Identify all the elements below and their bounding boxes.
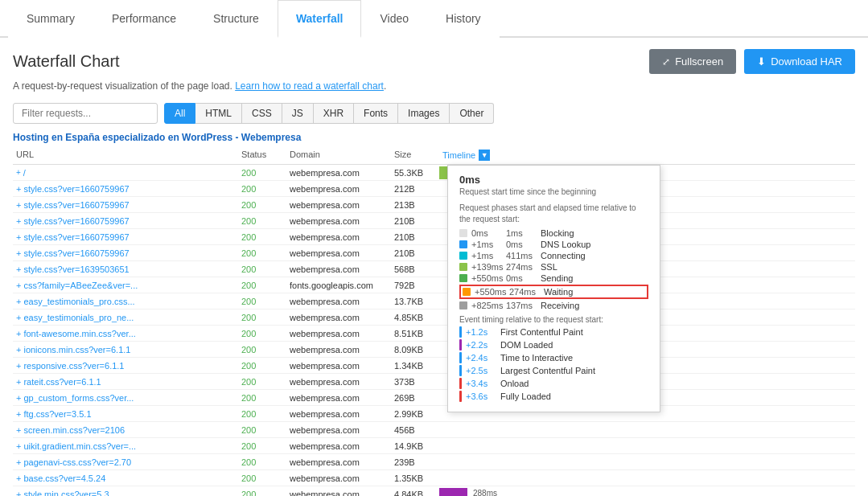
tab-summary[interactable]: Summary: [8, 0, 93, 38]
download-har-button[interactable]: ⬇ Download HAR: [744, 49, 855, 74]
tooltip-event-row: +2.4s Time to Interactive: [459, 352, 648, 363]
row-domain: webempresa.com: [286, 343, 391, 356]
table-row: +rateit.css?ver=6.1.1 200 webempresa.com…: [13, 374, 855, 390]
col-scrollbar-placeholder: [844, 148, 855, 162]
row-url[interactable]: +pagenavi-css.css?ver=2.70: [13, 456, 238, 469]
row-url[interactable]: + /: [13, 166, 238, 179]
filter-xhr[interactable]: XHR: [314, 103, 354, 124]
plus-icon[interactable]: +: [16, 200, 21, 210]
row-domain: webempresa.com: [286, 182, 391, 195]
row-url[interactable]: +screen.min.css?ver=2106: [13, 424, 238, 437]
row-url[interactable]: +style.css?ver=1660759967: [13, 247, 238, 260]
table-row: +responsive.css?ver=6.1.1 200 webempresa…: [13, 358, 855, 374]
row-url[interactable]: +easy_testimonials_pro_ne...: [13, 311, 238, 324]
tab-structure[interactable]: Structure: [195, 0, 278, 38]
plus-icon[interactable]: +: [16, 409, 21, 419]
row-status: 200: [238, 343, 286, 356]
row-url[interactable]: +style.css?ver=1660759967: [13, 199, 238, 211]
timeline-dropdown-btn[interactable]: ▼: [479, 150, 490, 161]
plus-icon[interactable]: +: [16, 441, 21, 451]
filter-other[interactable]: Other: [450, 103, 494, 124]
row-status: 200: [238, 199, 286, 211]
filter-css[interactable]: CSS: [242, 103, 282, 124]
row-url[interactable]: +responsive.css?ver=6.1.1: [13, 359, 238, 372]
fullscreen-button[interactable]: ⤢ Fullscreen: [649, 49, 736, 74]
table-header: URL Status Domain Size Timeline ▼: [13, 146, 855, 165]
table-row: +css?family=ABeeZee&ver=... 200 fonts.go…: [13, 277, 855, 293]
table-row: +font-awesome.min.css?ver... 200 webempr…: [13, 326, 855, 342]
page-header: Waterfall Chart ⤢ Fullscreen ⬇ Download …: [0, 38, 868, 80]
row-size: 269B: [391, 391, 439, 404]
row-status: 200: [238, 215, 286, 228]
row-domain: webempresa.com: [286, 375, 391, 388]
row-status: 200: [238, 311, 286, 324]
row-url[interactable]: +easy_testimonials_pro.css...: [13, 295, 238, 308]
plus-icon[interactable]: +: [16, 473, 21, 483]
plus-icon[interactable]: +: [16, 377, 21, 387]
row-url[interactable]: +css?family=ABeeZee&ver=...: [13, 279, 238, 292]
filter-input[interactable]: [13, 103, 158, 124]
tooltip-phase-row: +1ms 411ms Connecting: [459, 251, 648, 260]
row-domain: webempresa.com: [286, 327, 391, 340]
plus-icon[interactable]: +: [16, 313, 21, 322]
filter-js[interactable]: JS: [282, 103, 314, 124]
learn-link[interactable]: Learn how to read a waterfall chart: [235, 80, 384, 92]
row-size: 4.85KB: [391, 311, 439, 324]
row-url[interactable]: +font-awesome.min.css?ver...: [13, 327, 238, 340]
plus-icon[interactable]: +: [16, 168, 21, 177]
tooltip-events-label: Event timing relative to the request sta…: [459, 315, 648, 324]
filter-all[interactable]: All: [164, 103, 195, 124]
row-size: 456B: [391, 424, 439, 437]
row-url[interactable]: +style.css?ver=1660759967: [13, 231, 238, 244]
tab-waterfall[interactable]: Waterfall: [278, 0, 362, 38]
row-status: 200: [238, 263, 286, 276]
plus-icon[interactable]: +: [16, 393, 21, 403]
row-status: 200: [238, 440, 286, 453]
row-status: 200: [238, 295, 286, 308]
plus-icon[interactable]: +: [16, 490, 21, 497]
table-row: +style.css?ver=1639503651 200 webempresa…: [13, 261, 855, 277]
filter-bar: All HTML CSS JS XHR Fonts Images Other: [0, 98, 868, 129]
row-url[interactable]: +style.css?ver=1639503651: [13, 263, 238, 276]
row-domain: webempresa.com: [286, 488, 391, 497]
plus-icon[interactable]: +: [16, 248, 21, 258]
row-url[interactable]: +base.css?ver=4.5.24: [13, 472, 238, 485]
col-domain-header: Domain: [286, 148, 391, 162]
row-url[interactable]: +rateit.css?ver=6.1.1: [13, 375, 238, 388]
tab-performance[interactable]: Performance: [93, 0, 195, 38]
plus-icon[interactable]: +: [16, 232, 21, 242]
row-url[interactable]: +ionicons.min.css?ver=6.1.1: [13, 343, 238, 356]
plus-icon[interactable]: +: [16, 184, 21, 194]
col-size-header: Size: [391, 148, 439, 162]
plus-icon[interactable]: +: [16, 216, 21, 226]
plus-icon[interactable]: +: [16, 361, 21, 371]
plus-icon[interactable]: +: [16, 297, 21, 306]
tab-history[interactable]: History: [427, 0, 500, 38]
plus-icon[interactable]: +: [16, 425, 21, 435]
plus-icon[interactable]: +: [16, 264, 21, 274]
row-url[interactable]: +style.css?ver=1660759967: [13, 215, 238, 228]
row-size: 13.7KB: [391, 295, 439, 308]
table-row: +easy_testimonials_pro.css... 200 webemp…: [13, 293, 855, 309]
tooltip-phase-row: +550ms 0ms Sending: [459, 273, 648, 283]
row-timeline: [439, 424, 844, 437]
tooltip-header: 0ms: [459, 174, 648, 186]
plus-icon[interactable]: +: [16, 329, 21, 338]
row-url[interactable]: +style.min.css?ver=5.3: [13, 488, 238, 497]
row-size: 212B: [391, 182, 439, 195]
filter-html[interactable]: HTML: [195, 103, 242, 124]
row-url[interactable]: +uikit.gradient.min.css?ver=...: [13, 440, 238, 453]
row-url[interactable]: +gp_custom_forms.css?ver...: [13, 391, 238, 404]
plus-icon[interactable]: +: [16, 281, 21, 290]
col-timeline-header[interactable]: Timeline ▼: [439, 148, 844, 162]
row-url[interactable]: +style.css?ver=1660759967: [13, 182, 238, 195]
row-domain: webempresa.com: [286, 391, 391, 404]
filter-images[interactable]: Images: [398, 103, 450, 124]
table-row: +style.min.css?ver=5.3 200 webempresa.co…: [13, 486, 855, 496]
table-row: +style.css?ver=1660759967 200 webempresa…: [13, 229, 855, 245]
plus-icon[interactable]: +: [16, 457, 21, 467]
row-url[interactable]: +ftg.css?ver=3.5.1: [13, 408, 238, 420]
plus-icon[interactable]: +: [16, 345, 21, 355]
filter-fonts[interactable]: Fonts: [354, 103, 398, 124]
tab-video[interactable]: Video: [361, 0, 427, 38]
